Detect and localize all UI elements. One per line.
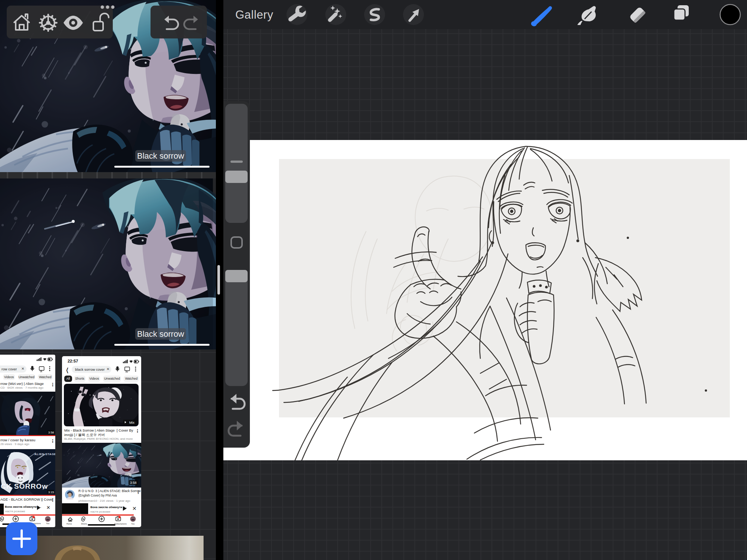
svg-text:ALIEN STAGE: ALIEN STAGE xyxy=(34,452,55,456)
svg-text:You: You xyxy=(46,522,49,525)
svg-text:Subscriptions: Subscriptions xyxy=(114,523,127,525)
svg-text:Shorts: Shorts xyxy=(81,523,87,525)
svg-text:Mix: Mix xyxy=(129,421,134,424)
svg-text:CK SORROw: CK SORROw xyxy=(1,482,48,490)
svg-text:3:58: 3:58 xyxy=(130,481,137,485)
svg-text:3:15: 3:15 xyxy=(48,491,54,494)
svg-text:Home: Home xyxy=(66,523,72,525)
svg-text:3:58: 3:58 xyxy=(48,431,54,434)
svg-text:You: You xyxy=(131,523,134,525)
